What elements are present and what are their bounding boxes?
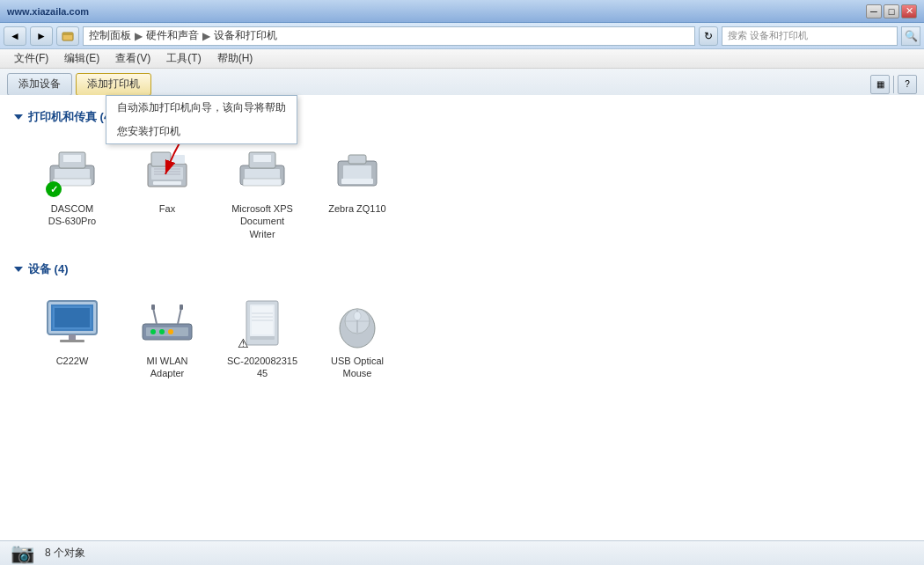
svg-point-50 bbox=[354, 312, 361, 320]
breadcrumb-item-2: 硬件和声音 bbox=[146, 28, 199, 43]
breadcrumb-item-1: 控制面板 bbox=[89, 28, 131, 43]
printer-dascom-icon: ✓ bbox=[44, 143, 100, 199]
devices-triangle-icon bbox=[14, 267, 23, 272]
svg-point-34 bbox=[159, 329, 165, 334]
search-bar[interactable]: 搜索 设备和打印机 bbox=[722, 26, 898, 46]
device-router-icon bbox=[139, 295, 195, 351]
toolbar-divider bbox=[893, 76, 894, 93]
device-scanner[interactable]: ⚠ SC-202008231545 bbox=[218, 288, 306, 387]
svg-point-33 bbox=[150, 329, 156, 334]
breadcrumb-sep-1: ▶ bbox=[135, 30, 143, 42]
minimize-button[interactable]: ─ bbox=[866, 4, 882, 18]
device-monitor-label: C222W bbox=[56, 355, 89, 367]
location-button[interactable] bbox=[56, 26, 79, 46]
device-mouse-icon bbox=[329, 295, 385, 351]
svg-rect-42 bbox=[250, 336, 275, 340]
svg-rect-22 bbox=[343, 165, 371, 180]
site-url: www.xiazaila.com bbox=[7, 6, 89, 17]
add-device-button[interactable]: 添加设备 bbox=[7, 73, 72, 96]
menu-tools[interactable]: 工具(T) bbox=[159, 49, 208, 68]
printer-xps[interactable]: Microsoft XPSDocumentWriter bbox=[218, 136, 306, 247]
printers-triangle-icon bbox=[14, 114, 23, 120]
printers-grid: ✓ DASCOMDS-630Pro bbox=[14, 136, 910, 247]
svg-rect-19 bbox=[253, 155, 271, 162]
device-monitor-icon bbox=[44, 295, 100, 351]
device-mouse-label: USB OpticalMouse bbox=[331, 355, 384, 380]
refresh-button[interactable]: ↻ bbox=[699, 26, 718, 46]
status-text: 8 个对象 bbox=[45, 546, 85, 561]
main-content: 打印机和传真 (4) ✓ DASCOMDS-630Pro bbox=[0, 95, 924, 540]
svg-rect-27 bbox=[69, 334, 76, 340]
maximize-button[interactable]: □ bbox=[884, 4, 899, 18]
menu-edit[interactable]: 编辑(E) bbox=[57, 49, 106, 68]
address-bar: ◄ ► 控制面板 ▶ 硬件和声音 ▶ 设备和打印机 ↻ 搜索 设备和打印机 🔍 bbox=[0, 23, 924, 49]
breadcrumb-item-3: 设备和打印机 bbox=[214, 28, 277, 43]
svg-line-36 bbox=[153, 308, 157, 324]
view-options-button[interactable]: ▦ bbox=[870, 75, 890, 94]
menu-view[interactable]: 查看(V) bbox=[108, 49, 158, 68]
status-bar: 📷 8 个对象 bbox=[0, 540, 924, 565]
forward-button[interactable]: ► bbox=[30, 26, 53, 46]
devices-section-title: 设备 (4) bbox=[28, 261, 69, 277]
svg-rect-30 bbox=[55, 308, 90, 327]
printer-zebra[interactable]: Zebra ZQ110 bbox=[313, 136, 401, 247]
menu-help[interactable]: 帮助(H) bbox=[210, 49, 260, 68]
scanner-warning-badge: ⚠ bbox=[234, 335, 252, 351]
device-scanner-label: SC-202008231545 bbox=[227, 355, 297, 380]
default-printer-badge: ✓ bbox=[46, 181, 62, 197]
svg-rect-38 bbox=[151, 305, 155, 310]
menu-file[interactable]: 文件(F) bbox=[7, 49, 55, 68]
printer-xps-icon bbox=[234, 143, 290, 199]
breadcrumb-sep-2: ▶ bbox=[202, 30, 210, 42]
device-mouse[interactable]: USB OpticalMouse bbox=[313, 288, 401, 387]
svg-line-37 bbox=[178, 308, 181, 324]
window-controls: ─ □ ✕ bbox=[866, 4, 917, 18]
svg-point-35 bbox=[168, 329, 173, 334]
svg-rect-1 bbox=[62, 33, 73, 35]
back-button[interactable]: ◄ bbox=[4, 26, 26, 46]
devices-grid: C222W MI WLAN bbox=[14, 288, 910, 387]
devices-section-header: 设备 (4) bbox=[14, 261, 910, 277]
device-monitor[interactable]: C222W bbox=[28, 288, 116, 387]
printer-dascom[interactable]: ✓ DASCOMDS-630Pro bbox=[28, 136, 116, 247]
printer-dascom-label: DASCOMDS-630Pro bbox=[48, 202, 96, 228]
svg-rect-20 bbox=[243, 179, 282, 186]
tooltip-item-2[interactable]: 您安装打印机 bbox=[106, 120, 297, 143]
svg-rect-23 bbox=[341, 179, 373, 184]
printer-fax[interactable]: Fax bbox=[123, 136, 211, 247]
svg-rect-6 bbox=[63, 155, 81, 162]
help-button[interactable]: ? bbox=[898, 75, 917, 94]
printer-zebra-label: Zebra ZQ110 bbox=[328, 202, 385, 215]
svg-rect-28 bbox=[60, 340, 84, 342]
close-button[interactable]: ✕ bbox=[901, 4, 917, 18]
printer-zebra-icon bbox=[329, 143, 385, 199]
printer-fax-icon bbox=[139, 143, 195, 199]
breadcrumb[interactable]: 控制面板 ▶ 硬件和声音 ▶ 设备和打印机 bbox=[83, 26, 695, 46]
svg-rect-24 bbox=[348, 155, 366, 164]
svg-rect-12 bbox=[153, 181, 181, 185]
toolbar-right: ▦ ? bbox=[870, 75, 917, 94]
search-placeholder: 搜索 设备和打印机 bbox=[728, 29, 808, 42]
device-scanner-icon: ⚠ bbox=[234, 295, 290, 351]
svg-rect-4 bbox=[55, 169, 90, 180]
tooltip-item-1[interactable]: 自动添加打印机向导，该向导将帮助 bbox=[106, 96, 297, 120]
printers-section-title: 打印机和传真 (4) bbox=[28, 109, 114, 125]
device-router[interactable]: MI WLANAdapter bbox=[123, 288, 211, 387]
printer-tooltip-menu: 自动添加打印机向导，该向导将帮助 您安装打印机 bbox=[106, 95, 297, 144]
status-icon: 📷 bbox=[11, 542, 34, 565]
svg-rect-39 bbox=[180, 305, 183, 310]
printer-fax-label: Fax bbox=[159, 202, 175, 215]
svg-rect-10 bbox=[151, 152, 171, 166]
menu-bar: 文件(F) 编辑(E) 查看(V) 工具(T) 帮助(H) bbox=[0, 49, 924, 69]
svg-rect-17 bbox=[245, 169, 280, 180]
search-button[interactable]: 🔍 bbox=[901, 26, 920, 46]
add-printer-button[interactable]: 添加打印机 bbox=[76, 73, 151, 96]
title-bar: www.xiazaila.com ─ □ ✕ bbox=[0, 0, 924, 23]
device-router-label: MI WLANAdapter bbox=[146, 355, 187, 380]
printer-xps-label: Microsoft XPSDocumentWriter bbox=[231, 202, 293, 240]
svg-rect-11 bbox=[172, 155, 185, 164]
